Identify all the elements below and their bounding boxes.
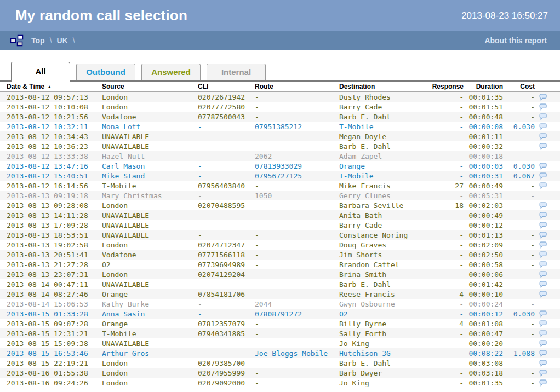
cell-response: 4 xyxy=(424,290,464,298)
table-row[interactable]: 2013-08-13 19:02:58 London 02074712347 -… xyxy=(0,240,560,250)
cell-cli: 02079385700 xyxy=(198,359,255,367)
table-row[interactable]: 2013-08-13 09:19:18 Mary Christmas - 105… xyxy=(0,191,560,200)
cell-response: 4 xyxy=(424,320,464,328)
cell-duration: 00:03:18 xyxy=(464,369,503,377)
table-row[interactable]: 2013-08-12 10:32:11 Mona Lott - 07951385… xyxy=(0,122,560,131)
table-row[interactable]: 2013-08-15 01:33:28 Anna Sasin - 0780879… xyxy=(0,309,560,319)
speech-bubble-icon[interactable] xyxy=(539,251,547,258)
column-header-duration[interactable]: Duration xyxy=(464,83,503,90)
breadcrumb-item-uk[interactable]: UK xyxy=(57,36,68,45)
speech-bubble-icon[interactable] xyxy=(539,320,547,327)
cell-destination: Billy Byrne xyxy=(339,320,424,328)
tab-outbound[interactable]: Outbound xyxy=(76,64,135,80)
table-row[interactable]: 2013-08-15 16:53:46 Arthur Gros - Joe Bl… xyxy=(0,348,560,358)
table-row[interactable]: 2013-08-16 09:24:26 London 02079092000 -… xyxy=(0,378,560,388)
table-row[interactable]: 2013-08-12 09:57:13 London 02072671942 -… xyxy=(0,92,560,102)
table-row[interactable]: 2013-08-12 13:47:16 Carl Mason - 0781393… xyxy=(0,161,560,171)
speech-bubble-icon[interactable] xyxy=(539,350,547,357)
cell-response: - xyxy=(424,103,464,111)
cell-cost: - xyxy=(503,201,535,210)
cell-duration: 00:00:48 xyxy=(464,113,503,121)
cell-cost: - xyxy=(503,280,535,289)
column-header-route[interactable]: Route xyxy=(255,83,339,90)
cell-source: Vodafone xyxy=(102,113,198,121)
table-row[interactable]: 2013-08-12 13:33:38 Hazel Nutt - 2062 Ad… xyxy=(0,151,560,161)
speech-bubble-icon[interactable] xyxy=(539,232,547,239)
cell-destination: Gwyn Osbourne xyxy=(339,300,424,308)
cell-response: - xyxy=(424,123,464,131)
table-row[interactable]: 2013-08-13 09:28:08 London 02070488595 -… xyxy=(0,200,560,210)
table-row[interactable]: 2013-08-13 21:27:28 O2 07739694989 - Bra… xyxy=(0,260,560,269)
table-row[interactable]: 2013-08-12 10:10:08 London 02077772580 -… xyxy=(0,102,560,112)
speech-bubble-icon[interactable] xyxy=(539,123,547,130)
cell-datetime: 2013-08-15 09:07:28 xyxy=(7,320,102,328)
speech-bubble-icon[interactable] xyxy=(539,241,547,249)
speech-bubble-icon[interactable] xyxy=(539,143,547,150)
speech-bubble-icon[interactable] xyxy=(539,103,547,111)
table-row[interactable]: 2013-08-15 12:31:21 T-Mobile 07940341885… xyxy=(0,328,560,338)
table-row[interactable]: 2013-08-15 09:07:28 Orange 07812357079 -… xyxy=(0,319,560,328)
column-header-cost[interactable]: Cost xyxy=(503,83,535,90)
table-row[interactable]: 2013-08-12 15:40:51 Mike Stand - 0795672… xyxy=(0,171,560,181)
speech-bubble-icon[interactable] xyxy=(539,360,547,367)
hierarchy-icon[interactable] xyxy=(10,34,24,47)
cell-cli: 02074955999 xyxy=(198,369,255,377)
cell-source: Arthur Gros xyxy=(102,349,198,358)
column-header-response[interactable]: Response xyxy=(424,83,464,90)
table-row[interactable]: 2013-08-14 15:06:53 Kathy Burke - 2044 G… xyxy=(0,299,560,309)
tab-all[interactable]: All xyxy=(11,62,70,82)
speech-bubble-icon[interactable] xyxy=(539,182,547,189)
cell-response: - xyxy=(424,379,464,387)
cell-datetime: 2013-08-13 09:19:18 xyxy=(7,192,102,200)
speech-bubble-icon[interactable] xyxy=(539,340,547,347)
table-row[interactable]: 2013-08-13 18:53:51 UNAVAILABLE - - Cons… xyxy=(0,230,560,240)
table-row[interactable]: 2013-08-12 10:21:56 Vodafone 07787500043… xyxy=(0,112,560,122)
table-row[interactable]: 2013-08-12 16:14:56 T-Mobile 07956403840… xyxy=(0,181,560,191)
speech-bubble-icon[interactable] xyxy=(539,271,547,278)
cell-route: - xyxy=(255,369,339,377)
about-this-report-link[interactable]: About this report xyxy=(484,36,547,45)
cell-cost: - xyxy=(503,152,535,160)
cell-source: London xyxy=(102,359,198,367)
speech-bubble-icon[interactable] xyxy=(539,291,547,298)
cell-route: - xyxy=(255,142,339,151)
speech-bubble-icon[interactable] xyxy=(539,261,547,268)
tab-answered[interactable]: Answered xyxy=(141,64,201,80)
table-row[interactable]: 2013-08-14 08:27:46 Orange 07854181706 -… xyxy=(0,289,560,299)
speech-bubble-icon[interactable] xyxy=(539,379,547,387)
speech-bubble-icon[interactable] xyxy=(539,94,547,101)
speech-bubble-icon[interactable] xyxy=(539,281,547,288)
speech-bubble-icon[interactable] xyxy=(539,163,547,170)
tab-internal[interactable]: Internal xyxy=(207,64,266,80)
speech-bubble-icon[interactable] xyxy=(539,133,547,140)
table-row[interactable]: 2013-08-12 10:34:43 UNAVAILABLE - - Mega… xyxy=(0,131,560,141)
table-row[interactable]: 2013-08-13 20:51:41 Vodafone 07771566118… xyxy=(0,250,560,260)
cell-datetime: 2013-08-12 13:33:38 xyxy=(7,152,102,160)
table-row[interactable]: 2013-08-13 14:11:28 UNAVAILABLE - - Anit… xyxy=(0,210,560,220)
table-row[interactable]: 2013-08-12 10:36:23 UNAVAILABLE - - Barb… xyxy=(0,141,560,151)
page-title: My random call selection xyxy=(15,7,187,24)
speech-bubble-icon[interactable] xyxy=(539,330,547,337)
column-header-destination[interactable]: Destination xyxy=(339,83,424,90)
speech-bubble-icon[interactable] xyxy=(539,212,547,219)
cell-cost: - xyxy=(503,261,535,269)
table-row[interactable]: 2013-08-15 15:09:38 UNAVAILABLE - - Jo K… xyxy=(0,338,560,348)
table-row[interactable]: 2013-08-13 23:07:31 London 02074129204 -… xyxy=(0,269,560,279)
cell-datetime: 2013-08-14 15:06:53 xyxy=(7,300,102,308)
speech-bubble-icon[interactable] xyxy=(539,113,547,120)
speech-bubble-icon[interactable] xyxy=(539,222,547,229)
column-header-source[interactable]: Source xyxy=(102,83,198,90)
table-row[interactable]: 2013-08-13 17:09:28 UNAVAILABLE - - Barr… xyxy=(0,220,560,230)
table-row[interactable]: 2013-08-14 00:47:11 UNAVAILABLE - - Barb… xyxy=(0,279,560,289)
speech-bubble-icon[interactable] xyxy=(539,370,547,377)
cell-duration: 00:03:08 xyxy=(464,359,503,367)
speech-bubble-icon[interactable] xyxy=(539,172,547,180)
column-header-datetime[interactable]: Date & Time▲ xyxy=(7,83,102,90)
column-header-cli[interactable]: CLI xyxy=(198,83,255,90)
speech-bubble-icon[interactable] xyxy=(539,310,547,318)
table-row[interactable]: 2013-08-15 22:19:21 London 02079385700 -… xyxy=(0,358,560,368)
breadcrumb-item-top[interactable]: Top xyxy=(31,36,45,45)
table-row[interactable]: 2013-08-16 01:55:38 London 02074955999 -… xyxy=(0,368,560,378)
speech-bubble-icon[interactable] xyxy=(539,202,547,209)
cell-datetime: 2013-08-12 09:57:13 xyxy=(7,93,102,101)
